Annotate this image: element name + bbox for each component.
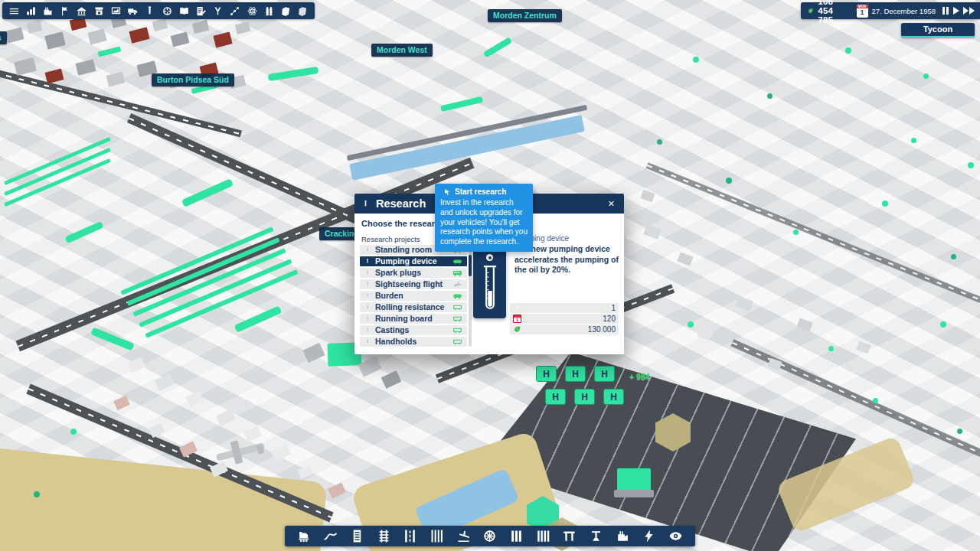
- industry-icon[interactable]: [616, 529, 630, 543]
- map-decoration: [213, 32, 232, 48]
- map-decoration: [297, 465, 314, 479]
- tycoon-button[interactable]: Tycoon: [901, 23, 975, 37]
- play-button[interactable]: [953, 7, 959, 15]
- research-project-row[interactable]: Burden: [360, 291, 467, 301]
- stat-row: 1: [510, 303, 619, 313]
- rail-track-icon[interactable]: [377, 529, 391, 543]
- map-decoration: [235, 21, 251, 34]
- project-label: Spark plugs: [375, 269, 451, 277]
- lines-four-icon[interactable]: [430, 529, 444, 543]
- money-balance: 108 454 785: [818, 0, 849, 24]
- research-project-row[interactable]: Castings: [360, 325, 467, 335]
- pause-button[interactable]: [942, 7, 949, 15]
- project-label: Pumping device: [375, 257, 451, 266]
- tooltip-header: Start research: [443, 187, 528, 196]
- water-tower-icon[interactable]: [589, 529, 603, 543]
- research-icon: [364, 269, 371, 277]
- research-icon: [364, 303, 371, 311]
- wagon-icon: [451, 314, 464, 324]
- map-icon[interactable]: [280, 5, 292, 17]
- map-decoration: [657, 139, 662, 145]
- network-icon[interactable]: [229, 5, 240, 17]
- city-label[interactable]: Morden Zentrum: [488, 9, 562, 22]
- bank-icon[interactable]: [76, 5, 87, 17]
- research-project-row[interactable]: Spark plugs: [360, 268, 467, 278]
- stat-value: 1: [611, 304, 616, 312]
- map-decoration: [216, 409, 236, 426]
- divining-rod-icon[interactable]: [212, 5, 224, 17]
- station-icon[interactable]: [350, 529, 364, 543]
- map-decoration: [614, 490, 654, 497]
- wagon-icon: [451, 302, 464, 312]
- calendar-day: 1: [857, 8, 868, 17]
- map-decoration: [230, 440, 243, 465]
- map-decoration: [132, 248, 286, 317]
- rail-curve-icon[interactable]: [323, 529, 338, 543]
- scrollbar-thumb[interactable]: [469, 255, 472, 276]
- map-decoration: [483, 37, 512, 57]
- city-label[interactable]: ls: [0, 31, 7, 44]
- statistics-icon[interactable]: [25, 5, 37, 17]
- truck-icon[interactable]: [127, 5, 139, 17]
- game-viewport[interactable]: HHHHHH Morden ZentrumMorden WestBurton P…: [0, 0, 980, 551]
- map-decoration: [440, 96, 483, 112]
- research-project-row[interactable]: Pumping device: [360, 256, 467, 266]
- map-decoration: [155, 373, 175, 391]
- research-project-row[interactable]: Rolling resistance: [360, 302, 467, 312]
- top-toolbar: [2, 2, 315, 19]
- helipad: H: [565, 366, 586, 382]
- bridge-icon[interactable]: [562, 529, 577, 543]
- visibility-icon[interactable]: [668, 529, 683, 543]
- project-label: Rolling resistance: [375, 303, 451, 311]
- city-label[interactable]: Burton Pidsea Süd: [152, 73, 234, 86]
- harbor-icon[interactable]: [482, 529, 497, 543]
- atom-icon[interactable]: [247, 5, 258, 17]
- locate-icon[interactable]: [162, 5, 173, 17]
- wagon-icon: [451, 325, 464, 335]
- helipad: H: [594, 366, 615, 382]
- research-icon[interactable]: [144, 5, 155, 17]
- industry-icon[interactable]: [42, 5, 54, 17]
- project-label: Castings: [375, 326, 451, 334]
- chart-icon[interactable]: [110, 5, 122, 17]
- map-decoration: [646, 162, 980, 302]
- shop-icon[interactable]: [93, 5, 105, 17]
- helipad: H: [603, 389, 624, 405]
- tooltip-title: Start research: [455, 187, 506, 196]
- fast-forward-button[interactable]: [963, 7, 975, 15]
- map-decoration: [4, 137, 111, 185]
- map-decoration: [349, 115, 585, 181]
- platforms-three-icon[interactable]: [509, 529, 524, 543]
- electricity-icon[interactable]: [642, 529, 656, 543]
- bottles-icon[interactable]: [263, 5, 275, 17]
- menu-icon[interactable]: [8, 5, 20, 17]
- map-decoration: [940, 321, 946, 328]
- test-tube-graphic: [477, 263, 503, 318]
- flag-icon[interactable]: [59, 5, 70, 17]
- airport-icon[interactable]: [456, 529, 471, 543]
- map-decoration: [381, 370, 402, 389]
- research-project-row[interactable]: Running board: [360, 314, 467, 324]
- dialog-title: Research: [376, 197, 426, 210]
- bus-icon: [451, 268, 464, 278]
- map-decoration: [87, 29, 106, 45]
- research-project-list: Standing roomPumping deviceSpark plugsSi…: [360, 245, 467, 348]
- train-icon[interactable]: [297, 529, 312, 543]
- map-decoration: [767, 93, 773, 99]
- research-project-row[interactable]: Sightseeing flight: [360, 279, 467, 289]
- project-stats: 11120130 000: [510, 303, 619, 335]
- platforms-four-icon[interactable]: [536, 529, 550, 543]
- road-icon[interactable]: [403, 529, 417, 543]
- map-decoration: [845, 47, 851, 54]
- project-label: Handholds: [375, 337, 451, 346]
- book-icon[interactable]: [178, 5, 190, 17]
- map-decoration: [129, 27, 149, 43]
- research-project-row[interactable]: Handholds: [360, 337, 467, 347]
- map-decoration: [4, 148, 111, 196]
- close-button[interactable]: ✕: [606, 197, 617, 210]
- list-scrollbar[interactable]: [469, 245, 472, 347]
- city-label[interactable]: Morden West: [371, 44, 433, 57]
- helipad: H: [545, 389, 566, 405]
- notes-icon[interactable]: [195, 5, 207, 17]
- map-alt-icon[interactable]: [297, 5, 309, 17]
